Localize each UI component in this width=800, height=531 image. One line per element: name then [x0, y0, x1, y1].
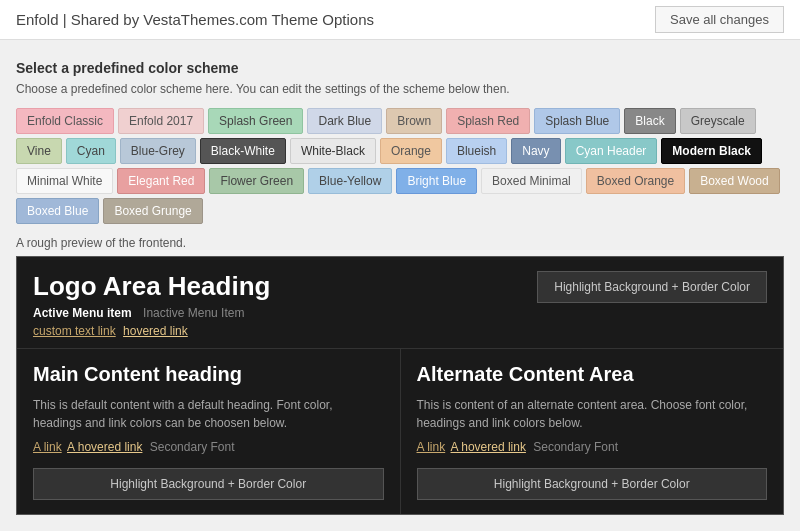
color-chip-black[interactable]: Black — [624, 108, 675, 134]
preview-label: A rough preview of the frontend. — [16, 236, 784, 250]
preview-header: Logo Area Heading Active Menu item Inact… — [17, 257, 783, 349]
color-chip-flower-green[interactable]: Flower Green — [209, 168, 304, 194]
color-chip-dark-blue[interactable]: Dark Blue — [307, 108, 382, 134]
highlight-btn-header[interactable]: Highlight Background + Border Color — [537, 271, 767, 303]
color-chip-boxed-wood[interactable]: Boxed Wood — [689, 168, 780, 194]
custom-text-link[interactable]: custom text link — [33, 324, 116, 338]
main-a-link[interactable]: A link — [33, 440, 62, 454]
highlight-btn-main[interactable]: Highlight Background + Border Color — [33, 468, 384, 500]
color-chip-blue-yellow[interactable]: Blue-Yellow — [308, 168, 392, 194]
color-chip-boxed-grunge[interactable]: Boxed Grunge — [103, 198, 202, 224]
color-chip-navy[interactable]: Navy — [511, 138, 560, 164]
color-chip-greyscale[interactable]: Greyscale — [680, 108, 756, 134]
menu-active: Active Menu item — [33, 306, 132, 320]
preview-body: Main Content heading This is default con… — [17, 349, 783, 514]
highlight-btn-alt[interactable]: Highlight Background + Border Color — [417, 468, 768, 500]
color-chip-blue-grey[interactable]: Blue-Grey — [120, 138, 196, 164]
color-chip-boxed-orange[interactable]: Boxed Orange — [586, 168, 685, 194]
custom-links: custom text link hovered link — [33, 324, 270, 338]
logo-heading: Logo Area Heading — [33, 271, 270, 302]
color-chip-splash-red[interactable]: Splash Red — [446, 108, 530, 134]
color-chip-modern-black[interactable]: Modern Black — [661, 138, 762, 164]
alt-content-text: This is content of an alternate content … — [417, 396, 768, 432]
alt-content-links: A link A hovered link Secondary Font — [417, 440, 768, 454]
menu-inactive: Inactive Menu Item — [143, 306, 244, 320]
color-chip-boxed-blue[interactable]: Boxed Blue — [16, 198, 99, 224]
color-chip-enfold-classic[interactable]: Enfold Classic — [16, 108, 114, 134]
color-chip-splash-green[interactable]: Splash Green — [208, 108, 303, 134]
color-chip-white-black[interactable]: White-Black — [290, 138, 376, 164]
color-section-desc: Choose a predefined color scheme here. Y… — [16, 82, 784, 96]
color-chip-orange[interactable]: Orange — [380, 138, 442, 164]
alt-content-col: Alternate Content Area This is content o… — [401, 349, 784, 514]
main-secondary-font: Secondary Font — [150, 440, 235, 454]
alt-a-link[interactable]: A link — [417, 440, 446, 454]
color-chip-boxed-minimal[interactable]: Boxed Minimal — [481, 168, 582, 194]
alt-secondary-font: Secondary Font — [533, 440, 618, 454]
save-button[interactable]: Save all changes — [655, 6, 784, 33]
color-chip-cyan[interactable]: Cyan — [66, 138, 116, 164]
main-content-heading: Main Content heading — [33, 363, 384, 386]
main-content-col: Main Content heading This is default con… — [17, 349, 401, 514]
color-chip-grid: Enfold ClassicEnfold 2017Splash GreenDar… — [16, 108, 784, 224]
color-chip-brown[interactable]: Brown — [386, 108, 442, 134]
color-chip-minimal-white[interactable]: Minimal White — [16, 168, 113, 194]
color-chip-cyan-header[interactable]: Cyan Header — [565, 138, 658, 164]
color-chip-enfold-2017[interactable]: Enfold 2017 — [118, 108, 204, 134]
color-chip-black-white[interactable]: Black-White — [200, 138, 286, 164]
main-content-text: This is default content with a default h… — [33, 396, 384, 432]
menu-items: Active Menu item Inactive Menu Item — [33, 306, 270, 320]
alt-content-heading: Alternate Content Area — [417, 363, 768, 386]
preview-area: Logo Area Heading Active Menu item Inact… — [16, 256, 784, 515]
main-content-links: A link A hovered link Secondary Font — [33, 440, 384, 454]
color-chip-bright-blue[interactable]: Bright Blue — [396, 168, 477, 194]
page-title: Enfold | Shared by VestaThemes.com Theme… — [16, 11, 374, 28]
color-chip-vine[interactable]: Vine — [16, 138, 62, 164]
alt-hovered-link[interactable]: A hovered link — [451, 440, 526, 454]
color-chip-splash-blue[interactable]: Splash Blue — [534, 108, 620, 134]
color-chip-blueish[interactable]: Blueish — [446, 138, 507, 164]
main-hovered-link[interactable]: A hovered link — [67, 440, 142, 454]
color-chip-elegant-red[interactable]: Elegant Red — [117, 168, 205, 194]
hovered-link-header[interactable]: hovered link — [123, 324, 188, 338]
color-section-title: Select a predefined color scheme — [16, 60, 784, 76]
